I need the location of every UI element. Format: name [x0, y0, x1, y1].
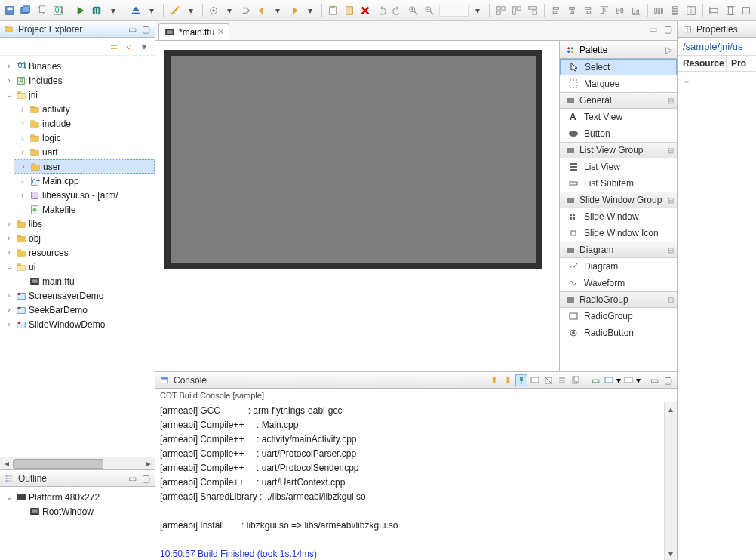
link-editor-icon[interactable]	[123, 41, 135, 53]
palette-radiogroup[interactable]: RadioGroup	[560, 308, 677, 325]
align-middle-icon[interactable]	[613, 4, 626, 17]
collapse-icon[interactable]	[108, 41, 120, 53]
outline-platform[interactable]: ⌄Platform 480x272	[0, 490, 155, 504]
match-width-icon[interactable]	[708, 4, 721, 17]
palette-diagram[interactable]: Diagram	[560, 258, 677, 275]
binary-icon[interactable]: 010	[51, 4, 64, 17]
palette-waveform[interactable]: Waveform	[560, 275, 677, 291]
save-icon[interactable]	[3, 4, 16, 17]
align-left-icon[interactable]	[549, 4, 562, 17]
dropdown-icon[interactable]: ▾	[223, 4, 236, 17]
distribute-h-icon[interactable]	[653, 4, 665, 17]
maximize-icon[interactable]: ▢	[140, 472, 152, 485]
palette-cat-listview[interactable]: List View Group⊟	[560, 142, 677, 158]
palette-list-subitem[interactable]: List Subitem	[560, 175, 677, 192]
dropdown-icon[interactable]: ▾	[472, 4, 484, 17]
align-right-icon[interactable]	[582, 4, 595, 17]
open-console-icon[interactable]: ▭	[589, 374, 601, 386]
editor-tab-main-ftu[interactable]: *main.ftu ✕	[158, 23, 229, 40]
console-output[interactable]: [armeabi] GCC : arm-flythings-eabi-gcc […	[155, 402, 677, 560]
tree-item-obj[interactable]: ›obj	[0, 231, 155, 245]
copy-icon[interactable]	[35, 4, 48, 17]
align-center-icon[interactable]	[565, 4, 578, 17]
layout-icon[interactable]	[494, 4, 507, 17]
design-canvas[interactable]	[164, 50, 542, 269]
back-icon[interactable]	[255, 4, 268, 17]
close-icon[interactable]: ✕	[217, 27, 224, 37]
pin-icon[interactable]: ⊟	[668, 296, 674, 304]
tree-item-logic[interactable]: ›logic	[14, 131, 155, 145]
palette-cat-diagram[interactable]: Diagram⊟	[560, 242, 677, 258]
zoom-out-icon[interactable]	[423, 4, 436, 17]
tree-item-user[interactable]: ›user	[14, 159, 155, 174]
distribute-v-icon[interactable]	[668, 4, 681, 17]
step-icon[interactable]	[239, 4, 252, 17]
dropdown-icon[interactable]: ▾	[272, 4, 284, 17]
palette-select-tool[interactable]: Select	[560, 59, 677, 75]
maximize-icon[interactable]: ▢	[662, 23, 674, 35]
match-size-icon[interactable]	[739, 4, 752, 17]
palette-cat-radiogroup[interactable]: RadioGroup⊟	[560, 291, 677, 308]
collapse-icon[interactable]: ▷	[665, 45, 672, 55]
tree-item-main-ftu[interactable]: main.ftu	[14, 274, 155, 288]
palette-cat-general[interactable]: General⊟	[560, 92, 677, 109]
tree-item-makefile[interactable]: Makefile	[14, 202, 155, 217]
palette-slide-window-icon[interactable]: Slide Window Icon	[560, 225, 677, 242]
maximize-icon[interactable]: ▢	[662, 374, 674, 386]
clear-icon[interactable]	[542, 374, 555, 386]
minimize-icon[interactable]: ▭	[648, 374, 660, 386]
maximize-icon[interactable]: ▢	[140, 23, 152, 35]
palette-button[interactable]: Button	[560, 125, 677, 142]
clipboard-icon[interactable]	[343, 4, 355, 17]
center-h-icon[interactable]	[684, 4, 697, 17]
tree-item-uart[interactable]: ›uart	[14, 145, 155, 159]
scroll-down-icon[interactable]: ⬇	[502, 374, 514, 386]
tree-item-ui[interactable]: ⌄ui	[0, 260, 155, 274]
pin-icon[interactable]: ⊟	[668, 97, 674, 105]
wand-icon[interactable]	[168, 4, 181, 17]
tree-item-main-cpp[interactable]: ›c++Main.cpp	[14, 174, 155, 188]
pin-icon[interactable]	[515, 374, 527, 386]
copy-icon[interactable]	[570, 374, 582, 386]
scroll-up-icon[interactable]: ⬆	[488, 374, 500, 386]
dropdown-icon[interactable]: ▾	[184, 4, 197, 17]
minimize-icon[interactable]: ▭	[126, 472, 138, 485]
palette-text-view[interactable]: AText View	[560, 109, 677, 125]
align-top-icon[interactable]	[598, 4, 610, 17]
tree-item-libeasyui[interactable]: ›libeasyui.so - [arm/	[14, 188, 155, 202]
chevron-down-icon[interactable]: ⌄	[683, 75, 690, 85]
palette-marquee-tool[interactable]: Marquee	[560, 75, 677, 92]
new-console-icon[interactable]: +	[622, 374, 635, 386]
tree-item-binaries[interactable]: ›010Binaries	[0, 59, 155, 73]
display-icon[interactable]	[529, 374, 541, 386]
palette-slide-window[interactable]: Slide Window	[560, 208, 677, 225]
eject-icon[interactable]	[129, 4, 142, 17]
tree-item-activity[interactable]: ›activity	[14, 102, 155, 116]
target-icon[interactable]	[207, 4, 220, 17]
design-surface[interactable]	[155, 41, 559, 371]
outline-rootwindow[interactable]: RootWindow	[14, 504, 155, 518]
pin-icon[interactable]: ⊟	[668, 246, 674, 254]
tree-item-include[interactable]: ›include	[14, 116, 155, 131]
pin-icon[interactable]: ⊟	[668, 146, 674, 155]
menu-icon[interactable]: ▾	[138, 41, 150, 53]
tree-item-slidewindow[interactable]: ›SlideWindowDemo	[0, 317, 155, 331]
undo-icon[interactable]	[375, 4, 388, 17]
paste-icon[interactable]	[327, 4, 340, 17]
redo-icon[interactable]	[391, 4, 404, 17]
tree-item-resources[interactable]: ›resources	[0, 245, 155, 260]
layout-icon[interactable]	[510, 4, 523, 17]
tree-item-includes[interactable]: ›#Includes	[0, 73, 155, 88]
minimize-icon[interactable]: ▭	[126, 23, 138, 35]
brackets-icon[interactable]: {}	[91, 4, 103, 17]
properties-resource-link[interactable]: /sample/jni/us	[678, 38, 756, 56]
forward-icon[interactable]	[287, 4, 300, 17]
save-all-icon[interactable]	[19, 4, 32, 17]
tree-item-libs[interactable]: ›libs	[0, 217, 155, 231]
dropdown-icon[interactable]: ▾	[106, 4, 119, 17]
match-height-icon[interactable]	[724, 4, 736, 17]
zoom-field[interactable]	[439, 5, 469, 17]
delete-icon[interactable]	[358, 4, 371, 17]
dropdown-icon[interactable]: ▾	[303, 4, 316, 17]
scroll-lock-icon[interactable]	[556, 374, 568, 386]
